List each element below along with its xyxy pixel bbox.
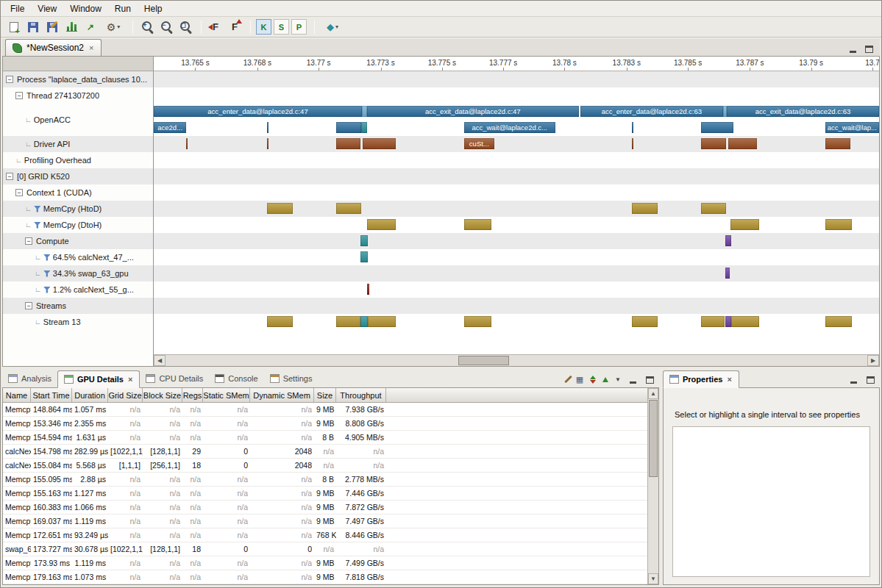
collapse-toggle-icon[interactable]: − (6, 76, 13, 83)
column-header-grid-size[interactable]: Grid Size (108, 388, 143, 402)
maximize-button[interactable] (865, 375, 875, 384)
close-session-icon[interactable]: × (88, 43, 94, 52)
timeline-interval[interactable] (730, 219, 759, 230)
table-row[interactable]: Memcpy173.93 ms1.119 msn/an/an/an/an/a9 … (3, 556, 647, 570)
timeline-row-label-thread[interactable]: −Thread 2741307200 (3, 87, 153, 104)
timeline-interval[interactable] (632, 316, 658, 327)
tab-gpu-details[interactable]: GPU Details× (57, 370, 140, 388)
zoom-fit-button[interactable]: ◻ (177, 18, 194, 36)
menu-view[interactable]: View (31, 2, 63, 15)
table-row[interactable]: calcNext155.084 ms5.568 µs[1,1,1][256,1,… (3, 459, 647, 473)
timeline-interval[interactable] (360, 251, 368, 262)
scroll-left-button[interactable]: ◀ (154, 355, 166, 366)
timeline-row-label-gpu[interactable]: −[0] GRID K520 (3, 168, 153, 184)
timeline-interval[interactable] (701, 122, 733, 133)
timeline-interval[interactable] (825, 219, 852, 230)
timeline-interval[interactable] (464, 316, 491, 327)
close-tab-icon[interactable]: × (726, 375, 732, 384)
maximize-button[interactable] (864, 44, 874, 53)
view-menu-icon[interactable]: ▼ (615, 376, 621, 383)
timeline-interval[interactable] (825, 316, 852, 327)
timeline-interval[interactable] (267, 203, 293, 214)
timeline-interval[interactable] (361, 122, 367, 133)
table-row[interactable]: Memcpy153.346 ms2.355 msn/an/an/an/an/a9… (3, 417, 647, 431)
timeline-interval[interactable] (363, 138, 396, 149)
table-row[interactable]: Memcpy155.163 ms1.127 msn/an/an/an/an/a9… (3, 487, 647, 501)
menu-run[interactable]: Run (108, 2, 138, 15)
menu-window[interactable]: Window (63, 2, 108, 15)
scroll-down-button[interactable]: ▼ (648, 573, 658, 584)
timeline-interval[interactable] (632, 203, 658, 214)
table-row[interactable]: Memcpy155.095 ms2.88 µsn/an/an/an/an/a8 … (3, 473, 647, 487)
timeline-row-label-driver[interactable]: ∟Driver API (3, 136, 153, 152)
timeline-interval[interactable] (186, 138, 188, 149)
timeline-interval[interactable] (336, 138, 361, 149)
timeline-interval[interactable] (360, 316, 368, 327)
export-up-icon[interactable] (602, 377, 608, 382)
zoom-in-button[interactable]: + (138, 18, 156, 36)
timeline-interval[interactable] (267, 316, 293, 327)
timeline-interval[interactable] (267, 122, 268, 133)
collapse-toggle-icon[interactable]: − (25, 302, 32, 309)
timeline-interval[interactable] (725, 268, 730, 279)
table-row[interactable]: Memcpy169.037 ms1.119 msn/an/an/an/an/a9… (3, 514, 647, 528)
scrollbar-thumb[interactable] (458, 356, 509, 365)
session-tab[interactable]: *NewSession2 × (5, 39, 102, 56)
timeline-row-label-openacc[interactable]: ∟OpenACC (3, 104, 153, 136)
timeline-interval[interactable] (825, 138, 851, 149)
timeline-interval[interactable]: acc_exit_data@laplace2d.c:47 (367, 106, 579, 117)
menu-help[interactable]: Help (138, 2, 169, 15)
minimize-button[interactable] (848, 375, 858, 384)
timeline-interval[interactable] (336, 203, 362, 214)
mark-timeline-left-button[interactable]: F (207, 18, 224, 36)
column-header-throughput[interactable]: Throughput (336, 388, 386, 402)
tab-cpu-details[interactable]: CPU Details (140, 370, 209, 387)
scrollbar-thumb[interactable] (649, 400, 658, 477)
collapse-toggle-icon[interactable]: − (15, 189, 23, 196)
timeline-interval[interactable] (728, 138, 757, 149)
timeline-row-label-overhead[interactable]: ∟Profiling Overhead (3, 152, 153, 168)
timeline-interval[interactable]: acc_wait@lap... (825, 122, 879, 133)
maximize-button[interactable] (644, 375, 655, 384)
layout-grid-icon[interactable]: ▦ (576, 376, 583, 384)
timeline-interval[interactable] (336, 122, 361, 133)
session-settings-button[interactable]: ⚙▾ (101, 18, 126, 36)
timeline-interval[interactable] (367, 284, 369, 295)
timeline-interval[interactable] (267, 138, 268, 149)
column-header-name[interactable]: Name (3, 388, 31, 402)
timeline-row-label-process[interactable]: −Process "laplace_data_clauses 10... (3, 71, 153, 87)
timeline-interval[interactable]: ace2d... (154, 122, 186, 133)
kernel-view-toggle[interactable]: K (256, 19, 271, 35)
table-row[interactable]: Memcpy154.594 ms1.631 µsn/an/an/an/an/a8… (3, 431, 647, 445)
collapse-toggle-icon[interactable]: − (25, 237, 32, 245)
timeline-interval[interactable] (701, 138, 727, 149)
timeline-interval[interactable] (360, 235, 368, 246)
timeline-interval[interactable] (632, 122, 633, 133)
timeline-interval[interactable] (336, 316, 360, 327)
timeline-row-label-context[interactable]: −Context 1 (CUDA) (3, 184, 153, 201)
timeline-row-label-stream13[interactable]: ∟Stream 13 (3, 314, 153, 330)
export-button[interactable]: ↗ (82, 18, 99, 36)
timeline-interval[interactable] (632, 138, 633, 149)
timeline-interval[interactable]: acc_wait@laplace2d.c... (464, 122, 555, 133)
tab-properties[interactable]: Properties × (663, 370, 739, 388)
process-view-toggle[interactable]: P (291, 19, 307, 35)
timeline-row-label-dtoh[interactable]: ∟MemCpy (DtoH) (3, 217, 153, 233)
new-session-button[interactable] (5, 18, 23, 36)
timeline-interval[interactable] (701, 203, 727, 214)
timeline-row-label-k2[interactable]: ∟34.3% swap_63_gpu (3, 265, 153, 282)
timeline-interval[interactable]: acc_enter_data@laplace2d.c:47 (154, 106, 362, 117)
table-row[interactable]: Memcpy172.651 ms93.249 µsn/an/an/an/an/a… (3, 528, 647, 542)
column-header-start-time[interactable]: Start Time (31, 388, 72, 402)
profile-application-button[interactable] (63, 18, 80, 36)
timeline-interval[interactable]: acc_exit_data@laplace2d.c:63 (727, 106, 879, 117)
timeline-interval[interactable] (368, 316, 396, 327)
scroll-up-button[interactable]: ▲ (648, 388, 658, 399)
column-header-size[interactable]: Size (314, 388, 336, 402)
table-row[interactable]: Memcpy148.864 ms1.057 msn/an/an/an/an/a9… (3, 403, 647, 417)
mark-timeline-up-button[interactable]: F (226, 18, 243, 36)
save-as-button[interactable] (43, 18, 61, 36)
timeline-row-label-streams[interactable]: −Streams (3, 298, 153, 314)
save-button[interactable] (24, 18, 42, 36)
tab-analysis[interactable]: Analysis (2, 370, 57, 387)
